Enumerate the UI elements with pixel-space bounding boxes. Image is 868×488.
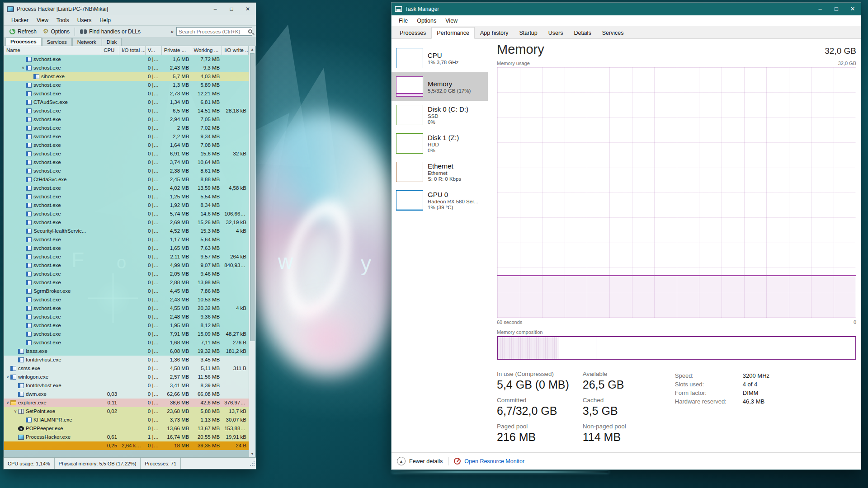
fewer-details-button[interactable]: Fewer details: [409, 458, 443, 465]
tab-processes[interactable]: Processes: [394, 27, 431, 39]
sidebar-item-disk-0-c-d[interactable]: Disk 0 (C: D:)SSD0%: [392, 101, 488, 129]
tab-details[interactable]: Details: [568, 27, 596, 39]
process-row[interactable]: svchost.exe0 | 711,17 MB5,64 MB: [4, 235, 249, 244]
expand-arrow-icon[interactable]: ∨: [20, 64, 26, 72]
process-row[interactable]: csrss.exe0 | 694,58 MB5,11 MB311 B: [4, 364, 249, 373]
process-row[interactable]: lsass.exe0 | 716,08 MB19,32 MB181,2 kB: [4, 347, 249, 356]
sidebar-item-gpu-0[interactable]: GPU 0Radeon RX 580 Ser...1% (39 °C): [392, 186, 488, 215]
process-row[interactable]: svchost.exe0 | 711,68 MB7,11 MB276 B: [4, 338, 249, 347]
process-row[interactable]: KHALMNPR.exe0 | 723,73 MB1,13 MB30,07 kB: [4, 416, 249, 424]
sidebar-item-disk-1-z[interactable]: Disk 1 (Z:)HDD0%: [392, 129, 488, 158]
process-row[interactable]: sihost.exe0 | 725,7 MB4,03 MB: [4, 72, 249, 81]
process-row[interactable]: svchost.exe0 | 712,05 MB9,46 MB: [4, 270, 249, 278]
sidebar-item-cpu[interactable]: CPU1% 3,78 GHz: [392, 44, 488, 72]
process-row[interactable]: svchost.exe0 | 712,69 MB15,26 MB32,19 kB: [4, 218, 249, 227]
tab-disk[interactable]: Disk: [102, 38, 122, 46]
process-row[interactable]: svchost.exe0 | 715,74 MB14,6 MB106,66 kB: [4, 210, 249, 218]
chevron-up-icon[interactable]: ▲: [397, 457, 406, 465]
process-row[interactable]: svchost.exe0 | 716,91 MB15,6 MB32 kB: [4, 150, 249, 158]
expand-arrow-icon[interactable]: ∨: [5, 373, 10, 381]
tab-processes[interactable]: Processes: [5, 38, 42, 46]
memory-composition-bar[interactable]: [497, 336, 856, 360]
process-row[interactable]: svchost.exe0 | 711,95 MB8,12 MB: [4, 321, 249, 330]
process-row[interactable]: svchost.exe0 | 711,64 MB7,08 MB: [4, 141, 249, 150]
scrollbar-thumb[interactable]: [250, 53, 255, 341]
process-row[interactable]: svchost.exe0 | 712,11 MB9,57 MB264 kB: [4, 253, 249, 261]
scroll-up-icon[interactable]: ▲: [249, 46, 255, 53]
column-header-v[interactable]: V...: [146, 46, 162, 55]
find-handles-button[interactable]: Find handles or DLLs: [77, 28, 144, 36]
resize-grip[interactable]: [250, 461, 255, 466]
process-row[interactable]: svchost.exe0 | 712,88 MB13,98 MB: [4, 278, 249, 287]
process-row[interactable]: svchost.exe0 | 711,92 MB8,34 MB: [4, 201, 249, 210]
process-row[interactable]: ∨SetPoint.exe0,020 | 7123,68 MB5,88 MB13…: [4, 407, 249, 416]
tab-users[interactable]: Users: [543, 27, 569, 39]
process-row[interactable]: svchost.exe0 | 712 MB7,02 MB: [4, 124, 249, 132]
process-row[interactable]: svchost.exe0 | 711,65 MB7,63 MB: [4, 244, 249, 253]
tab-network[interactable]: Network: [72, 38, 101, 46]
menu-file[interactable]: File: [394, 16, 412, 26]
process-hacker-titlebar[interactable]: Process Hacker [LianLiPC-7NB\Mikai] – □ …: [4, 3, 256, 15]
tab-startup[interactable]: Startup: [514, 27, 542, 39]
process-row[interactable]: svchost.exe0 | 712,2 MB9,34 MB: [4, 132, 249, 141]
maximize-icon[interactable]: □: [828, 3, 844, 15]
close-icon[interactable]: ✕: [240, 3, 256, 15]
minimize-icon[interactable]: –: [207, 3, 223, 15]
options-button[interactable]: ⚙ Options: [40, 28, 73, 36]
menu-view[interactable]: View: [33, 16, 52, 24]
minimize-icon[interactable]: –: [812, 3, 828, 15]
process-row[interactable]: svchost.exe0 | 714,99 MB9,07 MB840,93 kB: [4, 261, 249, 270]
scroll-down-icon[interactable]: ▼: [249, 450, 255, 457]
process-row[interactable]: svchost.exe0 | 711,25 MB5,54 MB: [4, 192, 249, 201]
process-row[interactable]: CtHdaSvc.exe0 | 722,45 MB8,88 MB: [4, 175, 249, 184]
process-row[interactable]: ProcessHacker.exe0,611 | 7116,74 MB20,55…: [4, 433, 249, 441]
tab-app-history[interactable]: App history: [475, 27, 514, 39]
process-row[interactable]: svchost.exe0 | 717,91 MB15,09 MB48,27 kB: [4, 330, 249, 338]
expand-arrow-icon[interactable]: ∨: [13, 407, 18, 416]
process-table-scrollbar[interactable]: ▲ ▼: [249, 46, 255, 457]
process-row[interactable]: CTAudSvc.exe0 | 721,34 MB6,81 MB: [4, 98, 249, 107]
process-row[interactable]: svchost.exe0 | 716,5 MB14,51 MB28,18 kB: [4, 107, 249, 115]
column-header-name[interactable]: Name: [4, 46, 101, 55]
memory-usage-chart[interactable]: [497, 67, 856, 318]
process-row[interactable]: svchost.exe0 | 712,73 MB12,21 MB: [4, 89, 249, 98]
process-row[interactable]: svchost.exe0 | 711,3 MB5,89 MB: [4, 81, 249, 89]
sidebar-item-memory[interactable]: Memory5,5/32,0 GB (17%): [392, 72, 488, 101]
process-row[interactable]: svchost.exe0 | 714,02 MB13,59 MB4,58 kB: [4, 184, 249, 192]
menu-view[interactable]: View: [441, 16, 462, 26]
tab-services[interactable]: Services: [42, 38, 72, 46]
column-header-cpu[interactable]: CPU: [101, 46, 119, 55]
column-header-i-o-write[interactable]: I/O write ...: [222, 46, 249, 55]
column-header-i-o-total[interactable]: I/O total ...: [119, 46, 146, 55]
tab-performance[interactable]: Performance: [431, 27, 475, 39]
column-header-private[interactable]: Private ...: [162, 46, 192, 55]
process-row[interactable]: svchost.exe0 | 712,94 MB7,05 MB: [4, 115, 249, 124]
process-row[interactable]: SgrmBroker.exe0 | 694,45 MB7,86 MB: [4, 287, 249, 296]
column-header-working[interactable]: Working ...: [191, 46, 222, 55]
process-row[interactable]: POPPeeper.exe0 | 7113,66 MB13,67 MB153,8…: [4, 424, 249, 433]
sidebar-item-ethernet[interactable]: EthernetEthernetS: 0 R: 0 Kbps: [392, 158, 488, 186]
process-row[interactable]: svchost.exe0 | 714,55 MB20,32 MB4 kB: [4, 304, 249, 313]
maximize-icon[interactable]: □: [223, 3, 240, 15]
process-row[interactable]: SecurityHealthServic...0 | 714,52 MB15,3…: [4, 227, 249, 235]
process-row[interactable]: Taskmgr.exe0,252,64 kB/s0 | 7218 MB39,35…: [4, 441, 249, 450]
toolbar-overflow-icon[interactable]: »: [168, 28, 176, 35]
process-row[interactable]: ∨svchost.exe0 | 712,43 MB9,3 MB: [4, 64, 249, 72]
menu-help[interactable]: Help: [95, 16, 115, 24]
search-icon[interactable]: [248, 29, 252, 33]
menu-tools[interactable]: Tools: [52, 16, 73, 24]
process-row[interactable]: fontdrvhost.exe0 | 713,41 MB8,39 MB: [4, 381, 249, 390]
search-input[interactable]: [179, 29, 248, 34]
process-row[interactable]: ∨winlogon.exe0 | 702,57 MB11,56 MB: [4, 373, 249, 381]
process-row[interactable]: svchost.exe0 | 712,48 MB9,36 MB: [4, 313, 249, 321]
process-row[interactable]: ∨explorer.exe0,110 | 7138,6 MB42,6 MB376…: [4, 399, 249, 407]
tab-services[interactable]: Services: [597, 27, 629, 39]
process-row[interactable]: svchost.exe0 | 713,74 MB10,64 MB: [4, 158, 249, 167]
menu-users[interactable]: Users: [73, 16, 95, 24]
refresh-button[interactable]: Refresh: [6, 28, 40, 36]
expand-arrow-icon[interactable]: ∨: [5, 399, 10, 407]
process-row[interactable]: svchost.exe0 | 712,38 MB8,61 MB: [4, 167, 249, 175]
open-resource-monitor-link[interactable]: Open Resource Monitor: [464, 458, 524, 465]
task-manager-titlebar[interactable]: Task Manager – □ ✕: [392, 3, 861, 15]
menu-options[interactable]: Options: [412, 16, 441, 26]
